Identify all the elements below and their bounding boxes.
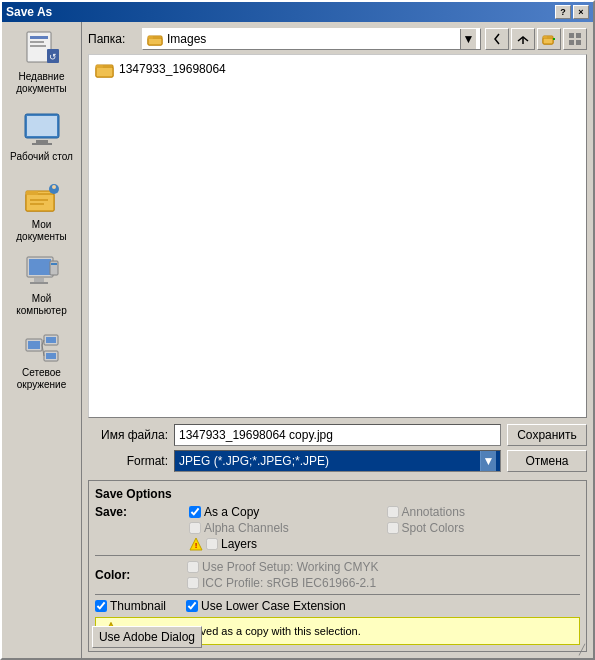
alpha-channels-checkbox[interactable] xyxy=(189,522,201,534)
thumbnail-row-inner: Thumbnail xyxy=(95,599,166,613)
close-button[interactable]: × xyxy=(573,5,589,19)
svg-rect-26 xyxy=(46,337,56,343)
separator1 xyxy=(95,555,580,556)
folder-combo-arrow[interactable]: ▼ xyxy=(460,29,476,49)
annotations-checkbox[interactable] xyxy=(387,506,399,518)
warning-triangle-small-icon: ! xyxy=(189,537,203,551)
file-item[interactable]: 1347933_19698064 xyxy=(91,57,584,81)
svg-rect-11 xyxy=(26,194,54,211)
svg-rect-3 xyxy=(30,45,46,47)
sidebar-documents-label: Мои документы xyxy=(9,219,75,243)
svg-rect-18 xyxy=(29,259,51,275)
layers-row: ! Layers xyxy=(189,537,383,551)
folder-combo[interactable]: Images ▼ xyxy=(142,28,481,50)
new-folder-icon xyxy=(542,32,556,46)
save-label: Save: xyxy=(95,505,185,519)
folder-label: Папка: xyxy=(88,32,138,46)
icc-profile-label: ICC Profile: sRGB IEC61966-2.1 xyxy=(202,576,376,590)
svg-rect-24 xyxy=(28,341,40,349)
layers-checkbox[interactable] xyxy=(206,538,218,550)
bottom-section: Имя файла: Сохранить Format: JPEG (*.JPG… xyxy=(88,424,587,652)
spot-colors-row: Spot Colors xyxy=(387,521,581,535)
svg-rect-45 xyxy=(96,67,113,77)
file-list[interactable]: 1347933_19698064 xyxy=(88,54,587,418)
svg-rect-43 xyxy=(576,40,581,45)
as-a-copy-checkbox[interactable] xyxy=(189,506,201,518)
svg-rect-42 xyxy=(569,40,574,45)
save-button[interactable]: Сохранить xyxy=(507,424,587,446)
lowercase-label: Use Lower Case Extension xyxy=(201,599,346,613)
dialog-title: Save As xyxy=(6,5,52,19)
svg-rect-14 xyxy=(30,203,44,205)
filename-input[interactable] xyxy=(174,424,501,446)
separator2 xyxy=(95,594,580,595)
back-button[interactable] xyxy=(485,28,509,50)
annotations-label: Annotations xyxy=(402,505,465,519)
options-grid: Save: As a Copy Annotations Alpha C xyxy=(95,505,580,551)
thumbnail-row: Thumbnail Use Lower Case Extension xyxy=(95,599,580,613)
use-adobe-dialog-label: Use Adobe Dialog xyxy=(99,630,195,644)
documents-icon xyxy=(22,177,62,217)
cancel-button[interactable]: Отмена xyxy=(507,450,587,472)
computer-icon xyxy=(22,251,62,291)
svg-rect-40 xyxy=(569,33,574,38)
toolbar-buttons xyxy=(485,28,587,50)
svg-point-16 xyxy=(52,185,56,189)
icc-profile-row: ICC Profile: sRGB IEC61966-2.1 xyxy=(187,576,580,590)
format-value: JPEG (*.JPG;*.JPEG;*.JPE) xyxy=(179,454,480,468)
spot-colors-label: Spot Colors xyxy=(402,521,465,535)
lowercase-checkbox[interactable] xyxy=(186,600,198,612)
format-combo[interactable]: JPEG (*.JPG;*.JPEG;*.JPE) ▼ xyxy=(174,450,501,472)
svg-text:↺: ↺ xyxy=(49,52,57,62)
view-icon xyxy=(568,32,582,46)
folder-name: Images xyxy=(167,32,456,46)
svg-rect-1 xyxy=(30,36,48,39)
save-options-title: Save Options xyxy=(95,487,580,501)
sidebar-item-recent[interactable]: ↺ Недавние документы xyxy=(6,26,78,98)
dialog-content: ↺ Недавние документы Рабочий стол xyxy=(2,22,593,658)
use-adobe-dialog-button[interactable]: Use Adobe Dialog xyxy=(92,626,202,648)
use-proof-checkbox[interactable] xyxy=(187,561,199,573)
view-button[interactable] xyxy=(563,28,587,50)
thumbnail-label: Thumbnail xyxy=(110,599,166,613)
up-icon xyxy=(516,32,530,46)
filename-label: Имя файла: xyxy=(88,428,168,442)
sidebar-recent-label: Недавние документы xyxy=(9,71,75,95)
svg-rect-41 xyxy=(576,33,581,38)
sidebar-item-desktop[interactable]: Рабочий стол xyxy=(6,100,78,172)
up-button[interactable] xyxy=(511,28,535,50)
sidebar-network-label: Сетевое окружение xyxy=(9,367,75,391)
spot-colors-checkbox[interactable] xyxy=(387,522,399,534)
svg-rect-32 xyxy=(148,38,162,45)
color-options: Use Proof Setup: Working CMYK ICC Profil… xyxy=(187,560,580,590)
svg-rect-2 xyxy=(30,41,44,43)
file-folder-icon xyxy=(95,59,115,79)
svg-text:!: ! xyxy=(195,541,198,550)
folder-icon xyxy=(147,31,163,47)
network-icon xyxy=(22,325,62,365)
format-combo-arrow[interactable]: ▼ xyxy=(480,451,496,471)
help-button[interactable]: ? xyxy=(555,5,571,19)
thumbnail-checkbox[interactable] xyxy=(95,600,107,612)
layers-label: Layers xyxy=(221,537,257,551)
svg-rect-37 xyxy=(543,36,547,39)
title-bar: Save As ? × xyxy=(2,2,593,22)
svg-rect-7 xyxy=(27,116,57,136)
sidebar-item-network[interactable]: Сетевое окружение xyxy=(6,322,78,394)
back-icon xyxy=(490,32,504,46)
new-folder-button[interactable] xyxy=(537,28,561,50)
sidebar: ↺ Недавние документы Рабочий стол xyxy=(2,22,82,658)
format-label: Format: xyxy=(88,454,168,468)
resize-grip[interactable]: ╱ xyxy=(579,644,591,656)
format-row: Format: JPEG (*.JPG;*.JPEG;*.JPE) ▼ Отме… xyxy=(88,450,587,472)
as-a-copy-row: As a Copy xyxy=(189,505,383,519)
as-a-copy-label: As a Copy xyxy=(204,505,259,519)
sidebar-item-computer[interactable]: Мой компьютер xyxy=(6,248,78,320)
sidebar-item-documents[interactable]: Мои документы xyxy=(6,174,78,246)
svg-rect-12 xyxy=(26,191,38,195)
svg-rect-19 xyxy=(34,278,44,282)
main-area: Папка: Images ▼ xyxy=(82,22,593,658)
icc-profile-checkbox[interactable] xyxy=(187,577,199,589)
alpha-channels-row: Alpha Channels xyxy=(189,521,383,535)
sidebar-desktop-label: Рабочий стол xyxy=(10,151,73,163)
